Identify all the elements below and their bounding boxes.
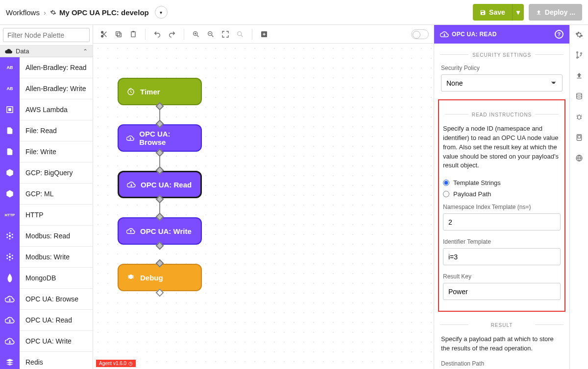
svg-rect-20 <box>132 31 134 32</box>
node-opcua-browse[interactable]: OPC UA: Browse <box>118 124 202 152</box>
svg-rect-32 <box>578 136 580 138</box>
chevron-right-icon: › <box>44 8 46 17</box>
svg-point-5 <box>12 237 13 238</box>
rail-bug-icon[interactable] <box>575 113 583 123</box>
bug-icon <box>126 273 135 282</box>
palette-item[interactable]: OPC UA: Read <box>0 310 93 331</box>
paste-icon[interactable] <box>127 28 139 40</box>
palette-item-icon: AB <box>0 57 20 78</box>
save-dropdown[interactable]: ▾ <box>512 4 524 21</box>
breadcrumb-dropdown[interactable]: ▾ <box>155 6 168 19</box>
rail-gear-icon[interactable] <box>575 31 583 41</box>
result-key-input[interactable] <box>443 283 561 300</box>
palette-item[interactable]: Modbus: Write <box>0 247 93 268</box>
palette-item[interactable]: GCP: BigQuery <box>0 162 93 184</box>
palette-item-label: Allen-Bradley: Read <box>20 64 87 71</box>
dest-path-label: Destination Path <box>441 360 563 367</box>
add-node-icon[interactable] <box>258 28 270 40</box>
clock-small-icon: ◷ <box>128 361 133 366</box>
search-canvas-icon[interactable] <box>234 28 246 40</box>
canvas[interactable]: Timer OPC UA: Browse OPC UA: Read OPC UA… <box>93 44 434 369</box>
topbar: Workflows › My OPC UA PLC: develop ▾ Sav… <box>0 0 588 24</box>
svg-point-13 <box>9 259 11 261</box>
palette-item-label: Modbus: Write <box>20 253 70 261</box>
canvas-toggle[interactable] <box>411 29 429 39</box>
ns-input[interactable] <box>443 213 561 231</box>
clock-icon <box>126 87 135 96</box>
palette-item-icon: AB <box>0 78 20 99</box>
rail-device-icon[interactable] <box>575 134 583 143</box>
section-result: RESULT <box>434 314 569 335</box>
save-button[interactable]: Save <box>473 4 512 21</box>
svg-point-3 <box>9 232 11 234</box>
palette-item-icon <box>0 247 20 268</box>
palette-item-icon: HTTP <box>0 205 20 226</box>
node-timer[interactable]: Timer <box>118 78 202 105</box>
palette-item[interactable]: AWS Lambda <box>0 99 93 120</box>
palette-item-icon <box>0 184 20 205</box>
palette-item-icon <box>0 99 20 120</box>
svg-point-4 <box>12 234 13 235</box>
palette-item[interactable]: File: Read <box>0 120 93 141</box>
palette-item-icon <box>0 331 20 352</box>
identifier-input[interactable] <box>443 248 561 265</box>
palette-item[interactable]: File: Write <box>0 141 93 162</box>
palette-item[interactable]: MongoDB <box>0 268 93 289</box>
inspector-header: OPC UA: READ ? <box>434 25 569 44</box>
help-icon[interactable]: ? <box>555 30 564 39</box>
read-help: Specify a node ID (namespace and identif… <box>439 124 564 177</box>
palette-item[interactable]: OPC UA: Write <box>0 331 93 352</box>
palette-item-label: Redis <box>20 358 43 366</box>
palette-item-label: GCP: ML <box>20 190 54 198</box>
palette-item[interactable]: Modbus: Read <box>0 226 93 247</box>
result-help: Specify a payload path at which to store… <box>434 335 569 360</box>
palette-category-header[interactable]: Data ⌃ <box>0 46 93 57</box>
palette-item-icon <box>0 352 20 369</box>
palette-item[interactable]: Redis <box>0 352 93 369</box>
palette-item[interactable]: OPC UA: Browse <box>0 289 93 310</box>
svg-point-28 <box>580 53 582 54</box>
palette-item-label: AWS Lambda <box>20 106 68 114</box>
svg-point-14 <box>6 258 8 259</box>
palette-item-label: File: Write <box>20 148 56 156</box>
node-opcua-read[interactable]: OPC UA: Read <box>118 171 202 198</box>
radio-payload-path[interactable]: Payload Path <box>439 188 564 200</box>
breadcrumb-root[interactable]: Workflows <box>6 8 40 17</box>
rail-branch-icon[interactable] <box>575 51 583 61</box>
topbar-actions: Save ▾ Deploy ... <box>473 4 582 21</box>
palette-item[interactable]: HTTPHTTP <box>0 205 93 226</box>
node-opcua-write[interactable]: OPC UA: Write <box>118 217 202 245</box>
gear-icon <box>50 9 56 16</box>
zoom-in-icon[interactable] <box>190 28 202 40</box>
breadcrumb-title[interactable]: My OPC UA PLC: develop <box>50 8 149 17</box>
node-palette: Data ⌃ ABAllen-Bradley: ReadABAllen-Brad… <box>0 25 93 369</box>
security-policy-select[interactable]: None <box>441 74 563 92</box>
palette-item[interactable]: GCP: ML <box>0 184 93 205</box>
fit-icon[interactable] <box>220 28 231 40</box>
copy-icon[interactable] <box>113 28 124 40</box>
read-instructions-highlight: READ INSTRUCTIONS Specify a node ID (nam… <box>438 99 565 312</box>
security-policy-label: Security Policy <box>441 65 563 71</box>
cut-icon[interactable] <box>98 28 110 40</box>
svg-point-11 <box>12 255 13 256</box>
rail-globe-icon[interactable] <box>575 154 583 164</box>
node-debug[interactable]: Debug <box>118 264 202 291</box>
zoom-out-icon[interactable] <box>205 28 217 40</box>
palette-item-label: MongoDB <box>20 274 56 282</box>
palette-item[interactable]: ABAllen-Bradley: Read <box>0 57 93 78</box>
palette-item-label: OPC UA: Browse <box>20 295 78 303</box>
palette-item[interactable]: ABAllen-Bradley: Write <box>0 78 93 99</box>
undo-icon[interactable] <box>151 28 163 40</box>
palette-item-icon <box>0 289 20 310</box>
radio-template-strings[interactable]: Template Strings <box>439 177 564 188</box>
redo-icon[interactable] <box>166 28 178 40</box>
canvas-toolbar <box>93 25 434 44</box>
rail-database-icon[interactable] <box>575 92 583 102</box>
palette-item-icon <box>0 268 20 289</box>
inspector-panel: OPC UA: READ ? SECURITY SETTINGS Securit… <box>434 25 569 369</box>
palette-filter-input[interactable] <box>3 28 90 42</box>
palette-item-label: GCP: BigQuery <box>20 169 73 177</box>
palette-item-label: File: Read <box>20 127 57 135</box>
rail-upload-icon[interactable] <box>575 72 583 82</box>
save-button-group: Save ▾ <box>473 4 524 21</box>
